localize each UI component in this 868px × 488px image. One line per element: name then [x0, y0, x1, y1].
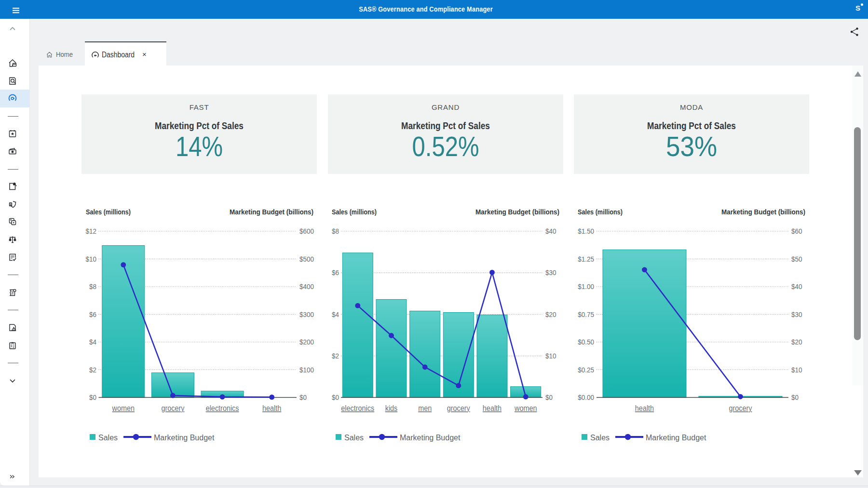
svg-text:$2: $2 [332, 352, 339, 360]
svg-text:$300: $300 [299, 310, 314, 318]
svg-text:$1.25: $1.25 [578, 255, 594, 263]
svg-text:$500: $500 [299, 255, 314, 263]
svg-text:$0: $0 [791, 393, 799, 401]
svg-text:electronics: electronics [341, 404, 374, 412]
svg-text:Sales (millions): Sales (millions) [86, 208, 131, 216]
svg-text:grocery: grocery [161, 404, 184, 412]
svg-text:$10: $10 [545, 352, 556, 360]
svg-text:electronics: electronics [206, 404, 239, 412]
svg-text:Marketing Budget: Marketing Budget [400, 434, 461, 442]
svg-text:Sales: Sales [344, 434, 364, 442]
svg-text:$1.50: $1.50 [578, 227, 594, 235]
svg-text:$0.00: $0.00 [578, 393, 594, 401]
svg-text:$600: $600 [299, 227, 314, 235]
svg-text:$0: $0 [299, 393, 307, 401]
svg-text:$6: $6 [332, 268, 339, 277]
svg-text:$4: $4 [332, 310, 339, 318]
svg-text:$0: $0 [332, 393, 339, 401]
svg-text:Marketing Budget (billions): Marketing Budget (billions) [721, 208, 805, 216]
svg-text:health: health [483, 404, 502, 412]
svg-text:$200: $200 [299, 338, 314, 346]
svg-text:$0.50: $0.50 [578, 338, 594, 346]
svg-text:$12: $12 [86, 227, 97, 235]
svg-text:women: women [112, 404, 135, 412]
svg-text:Marketing Budget: Marketing Budget [154, 434, 215, 442]
svg-text:$10: $10 [86, 255, 97, 263]
svg-text:Sales (millions): Sales (millions) [578, 208, 623, 216]
svg-text:kids: kids [385, 404, 398, 412]
svg-text:$40: $40 [791, 282, 802, 290]
svg-text:$30: $30 [545, 268, 556, 277]
svg-text:Marketing Budget: Marketing Budget [646, 434, 706, 442]
svg-text:$1.00: $1.00 [578, 282, 594, 290]
svg-text:$8: $8 [332, 227, 339, 235]
svg-text:$100: $100 [299, 366, 314, 374]
svg-text:grocery: grocery [729, 404, 752, 412]
svg-text:Marketing Budget (billions): Marketing Budget (billions) [230, 208, 313, 216]
svg-text:$0.75: $0.75 [578, 310, 594, 318]
svg-text:$6: $6 [89, 310, 96, 318]
svg-text:Sales: Sales [98, 434, 118, 442]
svg-text:Sales (millions): Sales (millions) [332, 208, 377, 216]
svg-text:men: men [418, 404, 432, 412]
svg-text:$50: $50 [791, 255, 802, 263]
svg-text:$10: $10 [791, 366, 802, 374]
svg-text:$8: $8 [89, 282, 96, 290]
svg-text:$4: $4 [89, 338, 96, 346]
svg-text:$60: $60 [791, 227, 802, 235]
svg-text:$0.25: $0.25 [578, 366, 594, 374]
svg-text:health: health [262, 404, 281, 412]
svg-text:$30: $30 [791, 310, 802, 318]
svg-text:$20: $20 [791, 338, 802, 346]
svg-text:grocery: grocery [447, 404, 470, 412]
svg-text:$400: $400 [299, 282, 314, 290]
svg-text:women: women [514, 404, 537, 412]
svg-text:$20: $20 [545, 310, 556, 318]
svg-text:health: health [635, 404, 654, 412]
svg-text:Marketing Budget (billions): Marketing Budget (billions) [475, 208, 559, 216]
svg-text:$0: $0 [545, 393, 553, 401]
svg-text:Sales: Sales [590, 434, 610, 442]
svg-text:$2: $2 [89, 366, 96, 374]
svg-text:$0: $0 [89, 393, 96, 401]
svg-text:$40: $40 [545, 227, 556, 235]
